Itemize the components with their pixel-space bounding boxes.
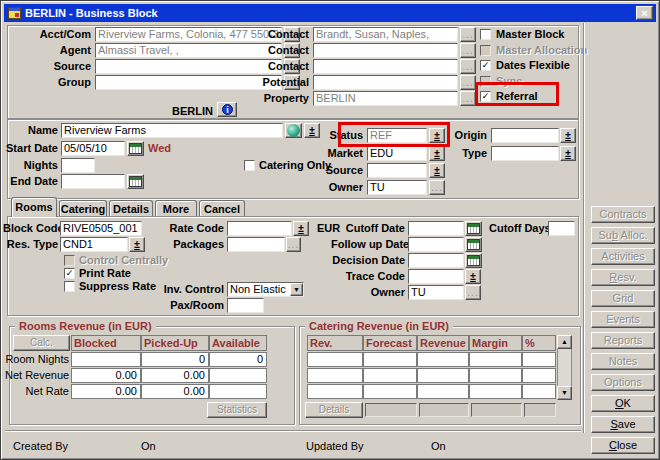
print-rate-checkbox[interactable]: ✓ [64,268,75,279]
room-nights-picked-up-cell[interactable]: 0 [141,352,209,367]
follow-up-date-calendar-button[interactable] [465,237,482,252]
end-date-field[interactable] [61,174,125,189]
net-rate-blocked-cell[interactable]: 0.00 [71,384,141,399]
name-field[interactable]: Riverview Farms [61,123,283,138]
catering-only-checkbox[interactable] [244,160,255,171]
master-allocation-checkbox[interactable] [480,45,491,56]
origin-lov-button[interactable]: ± [560,128,576,143]
cutoff-date-calendar-button[interactable] [465,221,482,236]
catering-cell[interactable] [307,384,363,399]
trace-code-field[interactable] [408,269,464,284]
contact3-lov-button[interactable]: ... [460,59,476,74]
res-type-field[interactable]: CND1 [60,237,128,252]
contact1-field[interactable]: Brandt, Susan, Naples, [313,27,458,42]
catering-cell[interactable] [307,368,363,383]
sync-checkbox[interactable] [480,76,491,87]
status-lov-button[interactable]: ± [429,128,445,143]
block-code-field[interactable]: RIVE0505_001 [60,221,142,236]
trace-code-lov-button[interactable]: ± [465,269,481,284]
master-block-checkbox[interactable] [480,29,491,40]
net-revenue-blocked-cell[interactable]: 0.00 [71,368,141,383]
catering-cell[interactable] [417,384,469,399]
start-date-calendar-button[interactable] [127,141,144,156]
market-lov-button[interactable]: ± [429,146,445,161]
property-lov-button[interactable]: ... [460,91,476,106]
net-revenue-available-cell[interactable] [209,368,267,383]
contact1-lov-button[interactable]: ... [460,27,476,42]
property-field[interactable]: BERLIN [313,91,458,106]
info-button[interactable]: i [217,102,237,117]
end-date-calendar-button[interactable] [127,174,144,189]
start-date-field[interactable]: 05/05/10 [61,141,125,156]
contact3-field[interactable] [313,59,458,74]
rooms-owner-lov-button[interactable]: ... [465,285,481,300]
pax-room-field[interactable] [227,298,264,313]
potential-field[interactable] [313,75,458,90]
contact2-lov-button[interactable]: ... [460,43,476,58]
status-field[interactable]: REF [367,128,427,143]
type-lov-button[interactable]: ± [560,146,576,161]
resv-button[interactable]: Resv. [591,269,655,286]
source2-field[interactable] [367,163,427,178]
packages-field[interactable] [227,237,285,252]
net-rate-available-cell[interactable] [209,384,267,399]
catering-cell[interactable] [363,384,417,399]
type-field[interactable] [491,146,559,161]
scroll-down-icon[interactable]: ▼ [557,386,572,400]
tab-rooms[interactable]: Rooms [11,197,57,217]
ok-button[interactable]: OK [591,395,655,412]
scroll-up-icon[interactable]: ▲ [557,335,572,349]
catering-cell[interactable] [417,352,469,367]
origin-field[interactable] [491,128,559,143]
options-button[interactable]: Options [591,374,655,391]
decision-date-field[interactable] [408,253,464,268]
tab-more[interactable]: More [155,200,197,216]
catering-cell[interactable] [469,368,522,383]
calc-button[interactable]: Calc. [13,335,70,351]
decision-date-calendar-button[interactable] [465,253,482,268]
catering-cell[interactable] [469,352,522,367]
contracts-button[interactable]: Contracts [591,206,655,223]
catering-cell[interactable] [469,384,522,399]
cutoff-days-field[interactable] [548,221,575,236]
tab-cancel[interactable]: Cancel [199,200,245,216]
chevron-down-icon[interactable]: ▼ [290,283,303,296]
rate-code-lov-button[interactable]: ± [293,221,309,236]
reports-button[interactable]: Reports [591,332,655,349]
owner-field[interactable]: TU [367,180,427,195]
contact2-field[interactable] [313,43,458,58]
catering-cell[interactable] [522,384,556,399]
res-type-lov-button[interactable]: ± [129,237,145,252]
market-field[interactable]: EDU [367,146,427,161]
cutoff-date-field[interactable] [408,221,464,236]
close-icon[interactable]: × [636,6,653,20]
room-nights-available-cell[interactable]: 0 [209,352,267,367]
statistics-button[interactable]: Statistics [207,402,267,418]
net-revenue-picked-up-cell[interactable]: 0.00 [141,368,209,383]
source2-lov-button[interactable]: ± [429,163,445,178]
packages-lov-button[interactable]: ... [286,237,301,252]
dates-flexible-checkbox[interactable]: ✓ [480,60,491,71]
catering-cell[interactable] [363,368,417,383]
room-nights-blocked-cell[interactable] [71,352,141,367]
rooms-owner-field[interactable]: TU [408,285,464,300]
catering-cell[interactable] [522,368,556,383]
save-button[interactable]: Save [591,416,655,433]
close-button[interactable]: Close [591,437,655,454]
referral-checkbox[interactable]: ✓ [480,91,491,102]
catering-cell[interactable] [522,352,556,367]
translate-button[interactable] [285,123,302,138]
activities-button[interactable]: Activities [591,248,655,265]
suppress-rate-checkbox[interactable] [64,281,75,292]
control-centrally-checkbox[interactable] [64,255,75,266]
catering-cell[interactable] [417,368,469,383]
potential-lov-button[interactable]: ... [460,75,476,90]
notes-button[interactable]: Notes [591,353,655,370]
grid-button[interactable]: Grid [591,290,655,307]
nights-field[interactable] [61,158,95,173]
catering-cell[interactable] [363,352,417,367]
tab-details[interactable]: Details [109,200,153,216]
net-rate-picked-up-cell[interactable]: 0.00 [141,384,209,399]
rate-code-field[interactable] [227,221,292,236]
tab-catering[interactable]: Catering [59,200,107,216]
